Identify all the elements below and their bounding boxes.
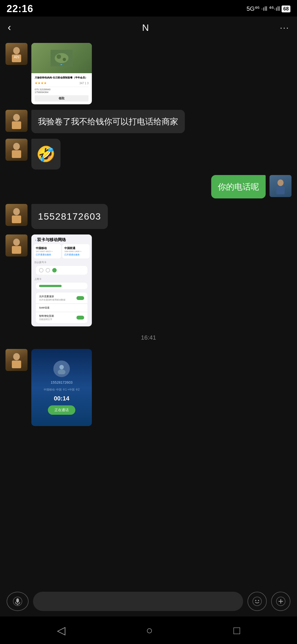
- settings-row: [36, 283, 87, 289]
- dial-card-section: [36, 266, 87, 275]
- message-row: 15528172603: [6, 204, 292, 229]
- call-sub-info: 中国移动 ·中国 卡1 +中国 卡2: [44, 388, 80, 392]
- svg-rect-19: [12, 361, 21, 368]
- avatar: [6, 110, 28, 132]
- toggle-section: 允许流量漫游 允许在漫游时使用移动数据 SoW信道 智终增化贸易 功能说明文字: [36, 293, 87, 323]
- svg-rect-13: [276, 187, 285, 194]
- avatar: [6, 204, 28, 226]
- toggle-switch[interactable]: [76, 296, 84, 300]
- svg-rect-11: [12, 150, 21, 158]
- message-row: ‹ 双卡与移动网络 中国移动 147-0007-6615 > 已开通通信服务 中…: [6, 234, 292, 326]
- settings-screenshot: ‹ 双卡与移动网络 中国移动 147-0007-6615 > 已开通通信服务 中…: [31, 234, 92, 326]
- svg-point-28: [258, 600, 259, 601]
- message-text: 你的电话呢: [218, 182, 259, 191]
- nav-title: N: [142, 22, 149, 33]
- signal-icons: 5G⁴⁶ ·ıll ⁴⁶·ıll: [246, 5, 280, 12]
- emoji-text: 🤣: [36, 145, 56, 163]
- home-nav-button[interactable]: ○: [146, 624, 153, 637]
- food-claim-button[interactable]: 领取: [35, 95, 89, 102]
- add-button[interactable]: [271, 592, 290, 611]
- svg-point-27: [255, 600, 256, 601]
- svg-point-14: [13, 208, 20, 215]
- svg-point-12: [277, 179, 284, 186]
- svg-rect-9: [12, 121, 21, 129]
- recents-nav-button[interactable]: □: [233, 624, 240, 637]
- svg-point-18: [13, 353, 20, 360]
- settings-title: ‹ 双卡与移动网络: [31, 234, 92, 244]
- toggle-row-3: 智终增化贸易 功能说明文字: [36, 312, 87, 323]
- food-title: 川渝饮特色肉肉·生日财会限制套餐（半年会员）: [35, 76, 89, 80]
- sender-avatar: [6, 349, 28, 371]
- call-status-button[interactable]: 正在通话: [48, 405, 75, 415]
- svg-point-0: [13, 47, 20, 54]
- toggle-row-2: SoW信道: [36, 304, 87, 312]
- battery-indicator: 68: [282, 6, 290, 12]
- status-icons: 5G⁴⁶ ·ıll ⁴⁶·ıll 68: [246, 5, 290, 12]
- toggle-row: 允许流量漫游 允许在漫游时使用移动数据: [36, 293, 87, 304]
- svg-rect-17: [12, 246, 21, 254]
- bottom-bar: [0, 586, 297, 616]
- voice-button[interactable]: [7, 592, 29, 611]
- svg-point-21: [59, 365, 64, 369]
- toggle-switch-2[interactable]: [76, 316, 84, 320]
- network-card-section: [36, 283, 87, 289]
- message-row: 15528172603 中国移动 ·中国 卡1 +中国 卡2 00:14 正在通…: [6, 349, 292, 426]
- status-time: 22:16: [7, 3, 33, 15]
- svg-rect-15: [12, 215, 21, 223]
- call-screenshot: 15528172603 中国移动 ·中国 卡1 +中国 卡2 00:14 正在通…: [31, 349, 92, 426]
- message-text: 我验卷了我不给钱你可以打电话给商家: [38, 117, 178, 126]
- my-avatar: [270, 175, 292, 197]
- sender-avatar: Ahi: [6, 43, 28, 65]
- message-row: Ahi 🐟 川渝饮特色肉肉·生日财会限制套餐（半年会员）: [6, 43, 292, 104]
- food-stars: ★★★★: [35, 81, 47, 85]
- emoji-button[interactable]: [248, 592, 267, 611]
- time-label: 16:41: [141, 334, 156, 341]
- svg-point-6: [63, 58, 66, 61]
- call-phone-number: 15528172603: [51, 380, 73, 384]
- svg-text:🐟: 🐟: [60, 63, 63, 66]
- food-body: 川渝饮特色肉肉·生日财会限制套餐（半年会员） ★★★★ 347 1 3 075 …: [31, 73, 92, 104]
- settings-image-bubble[interactable]: ‹ 双卡与移动网络 中国移动 147-0007-6615 > 已开通通信服务 中…: [31, 234, 92, 326]
- message-row: 你的电话呢: [6, 175, 292, 198]
- status-bar: 22:16 5G⁴⁶ ·ıll ⁴⁶·ıll 68: [0, 0, 297, 17]
- top-nav: ‹ N ···: [0, 17, 297, 39]
- food-screenshot: 🐟 川渝饮特色肉肉·生日财会限制套餐（半年会员） ★★★★ 347 1 3 07…: [31, 43, 92, 104]
- svg-point-10: [13, 143, 20, 150]
- svg-text:Ahi: Ahi: [14, 55, 19, 59]
- sender-avatar: [6, 204, 28, 226]
- svg-point-16: [13, 239, 20, 246]
- chat-area: Ahi 🐟 川渝饮特色肉肉·生日财会限制套餐（半年会员）: [0, 39, 297, 586]
- call-contact-avatar: [53, 361, 70, 377]
- sender-avatar: [6, 234, 28, 256]
- message-bubble-text: 我验卷了我不给钱你可以打电话给商家: [31, 110, 185, 133]
- avatar: [6, 349, 28, 371]
- message-row: 我验卷了我不给钱你可以打电话给商家: [6, 110, 292, 133]
- svg-point-4: [55, 53, 68, 63]
- food-image-bubble[interactable]: 🐟 川渝饮特色肉肉·生日财会限制套餐（半年会员） ★★★★ 347 1 3 07…: [31, 43, 92, 104]
- sender-avatar: [6, 110, 28, 132]
- phone-number-text: 15528172603: [38, 211, 101, 222]
- sender-avatar: [6, 139, 28, 161]
- message-bubble-phone: 15528172603: [31, 204, 108, 229]
- emoji-bubble: 🤣: [31, 139, 61, 170]
- avatar: Ahi: [6, 43, 28, 65]
- svg-point-24: [16, 598, 19, 603]
- svg-point-5: [57, 54, 61, 59]
- nav-bar: ◁ ○ □: [0, 616, 297, 644]
- message-input[interactable]: [33, 592, 243, 611]
- avatar: [6, 139, 28, 161]
- call-image-bubble[interactable]: 15528172603 中国移动 ·中国 卡1 +中国 卡2 00:14 正在通…: [31, 349, 92, 426]
- message-row: 🤣: [6, 139, 292, 170]
- food-image: 🐟: [31, 43, 92, 73]
- settings-row: [36, 266, 87, 275]
- svg-point-26: [253, 597, 262, 606]
- back-nav-button[interactable]: ◁: [57, 624, 65, 637]
- message-bubble-text: 你的电话呢: [211, 175, 266, 198]
- avatar: [6, 234, 28, 256]
- back-button[interactable]: ‹: [8, 22, 11, 33]
- svg-point-8: [13, 114, 20, 121]
- call-duration: 00:14: [54, 395, 69, 402]
- time-separator: 16:41: [6, 332, 292, 343]
- more-options-button[interactable]: ···: [280, 23, 289, 32]
